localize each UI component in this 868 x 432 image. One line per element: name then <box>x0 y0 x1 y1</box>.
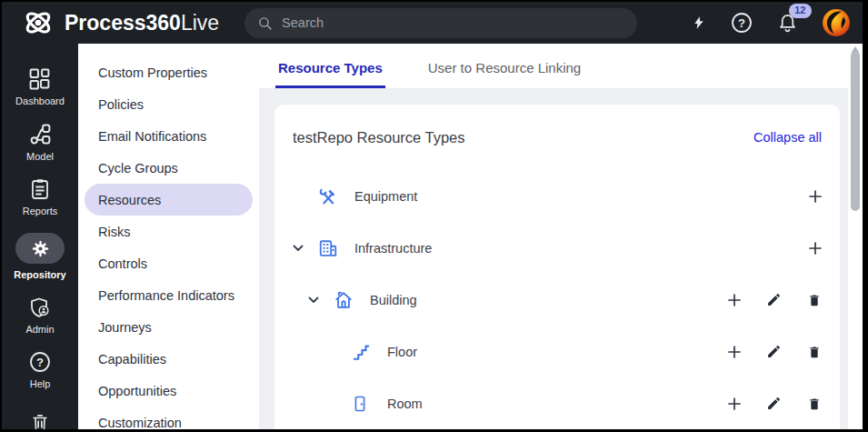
row-actions <box>728 292 822 307</box>
submenu-item-policies[interactable]: Policies <box>85 88 253 120</box>
add-child-button[interactable] <box>809 190 822 203</box>
card-header: testRepo Resource Types Collapse all <box>293 105 822 170</box>
home-icon <box>334 290 355 310</box>
submenu-item-cycle-groups[interactable]: Cycle Groups <box>85 152 253 184</box>
admin-shield-icon <box>29 296 51 318</box>
global-search[interactable] <box>244 8 637 38</box>
collapse-chevron-button[interactable] <box>293 245 304 252</box>
stairs-icon <box>351 342 373 362</box>
sidebar-item-label: Admin <box>25 324 54 335</box>
sidebar-item-label: Model <box>26 151 54 162</box>
resource-type-label: Room <box>387 397 423 411</box>
submenu-item-journeys[interactable]: Journeys <box>85 311 253 343</box>
help-circle-icon: ? <box>29 351 51 373</box>
add-child-button[interactable] <box>728 397 741 410</box>
sidebar-item-label: Dashboard <box>15 95 65 106</box>
door-icon <box>351 395 373 413</box>
office-building-icon <box>318 238 340 258</box>
topbar: Process360Live ? 12 <box>2 2 863 44</box>
sidebar-item-help[interactable]: ? Help <box>29 351 51 389</box>
chevron-slot <box>293 245 318 252</box>
tab-user-to-resource-linking[interactable]: User to Resource Linking <box>425 60 584 88</box>
add-child-button[interactable] <box>809 242 822 255</box>
delete-button[interactable] <box>807 293 822 307</box>
tab-bar: Resource Types User to Resource Linking <box>259 44 863 89</box>
notifications-button[interactable]: 12 <box>777 13 798 34</box>
tree-row-room: Room <box>293 377 822 429</box>
model-nodes-icon <box>29 123 52 146</box>
lightning-icon <box>692 13 706 33</box>
sidebar-item-label: Reports <box>23 206 58 216</box>
chevron-slot <box>308 296 334 304</box>
app-title: Process360Live <box>65 11 219 35</box>
sidebar-item-reports[interactable]: Reports <box>23 178 58 216</box>
topbar-actions: ? 12 <box>692 9 863 36</box>
content-area: testRepo Resource Types Collapse all Equ… <box>259 89 863 429</box>
resource-type-label: Floor <box>387 345 417 359</box>
sidebar-item-admin[interactable]: Admin <box>25 296 54 335</box>
main-area: Resource Types User to Resource Linking … <box>259 44 863 429</box>
row-actions <box>728 344 822 359</box>
submenu-item-resources[interactable]: Resources <box>85 184 253 216</box>
page-title: testRepo Resource Types <box>293 129 465 146</box>
tree-row-floor: Floor <box>293 326 822 377</box>
active-nav-pill <box>15 233 65 264</box>
sidebar-trash-button[interactable] <box>30 413 50 432</box>
svg-text:?: ? <box>36 356 44 369</box>
resource-types-card: testRepo Resource Types Collapse all Equ… <box>274 105 840 432</box>
add-child-button[interactable] <box>728 346 741 358</box>
app-window: Process360Live ? 12 <box>0 0 868 432</box>
scrollbar-thumb[interactable] <box>851 51 860 211</box>
resource-type-label: Infrastructure <box>354 241 432 256</box>
reports-clipboard-icon <box>29 178 51 200</box>
add-child-button[interactable] <box>728 294 741 306</box>
edit-button[interactable] <box>766 396 782 411</box>
trash-icon <box>30 413 50 432</box>
vertical-scrollbar[interactable] <box>848 44 863 429</box>
sidebar-item-model[interactable]: Model <box>26 123 54 162</box>
svg-text:?: ? <box>738 16 745 30</box>
submenu-item-opportunities[interactable]: Opportunities <box>85 375 253 407</box>
row-actions <box>809 190 822 203</box>
sidebar-item-label: Repository <box>14 269 65 280</box>
quick-actions-button[interactable] <box>692 13 706 33</box>
edit-button[interactable] <box>766 292 782 307</box>
dashboard-grid-icon <box>28 67 51 90</box>
resource-type-label: Building <box>370 293 417 307</box>
app-logo-icon <box>22 7 55 38</box>
submenu-item-controls[interactable]: Controls <box>85 247 253 279</box>
repository-submenu: Custom Properties Policies Email Notific… <box>78 44 259 429</box>
tree-row-infrastructure: Infrastructure <box>293 222 822 274</box>
resource-type-label: Equipment <box>354 189 417 204</box>
notification-count-badge: 12 <box>789 4 812 18</box>
edit-button[interactable] <box>766 344 782 359</box>
search-input[interactable] <box>282 15 624 30</box>
tree-row-equipment: Equipment <box>293 170 822 222</box>
tree-row-building: Building <box>293 274 822 326</box>
sidebar-item-dashboard[interactable]: Dashboard <box>15 67 65 106</box>
submenu-item-email-notifications[interactable]: Email Notifications <box>85 120 253 152</box>
search-icon <box>257 15 273 31</box>
row-actions <box>809 242 822 255</box>
submenu-item-capabilities[interactable]: Capabilities <box>85 343 253 375</box>
sidebar-item-repository[interactable]: Repository <box>14 233 65 280</box>
repository-gear-icon <box>31 239 50 258</box>
collapse-all-link[interactable]: Collapse all <box>753 130 822 145</box>
collapse-chevron-button[interactable] <box>308 296 319 304</box>
submenu-item-customization[interactable]: Customization <box>85 407 253 432</box>
brand: Process360Live <box>2 7 219 38</box>
user-avatar[interactable] <box>823 9 850 36</box>
left-nav-rail: Dashboard Model Reports <box>2 44 78 429</box>
tab-resource-types[interactable]: Resource Types <box>275 60 385 88</box>
crossed-tools-icon <box>318 186 340 206</box>
help-button[interactable]: ? <box>731 12 753 34</box>
delete-button[interactable] <box>807 345 822 359</box>
delete-button[interactable] <box>807 397 822 411</box>
submenu-item-performance-indicators[interactable]: Performance Indicators <box>85 279 253 311</box>
submenu-item-risks[interactable]: Risks <box>85 216 253 247</box>
row-actions <box>728 396 822 411</box>
submenu-item-custom-properties[interactable]: Custom Properties <box>85 56 253 88</box>
sidebar-item-label: Help <box>30 378 51 389</box>
help-icon: ? <box>731 12 753 34</box>
